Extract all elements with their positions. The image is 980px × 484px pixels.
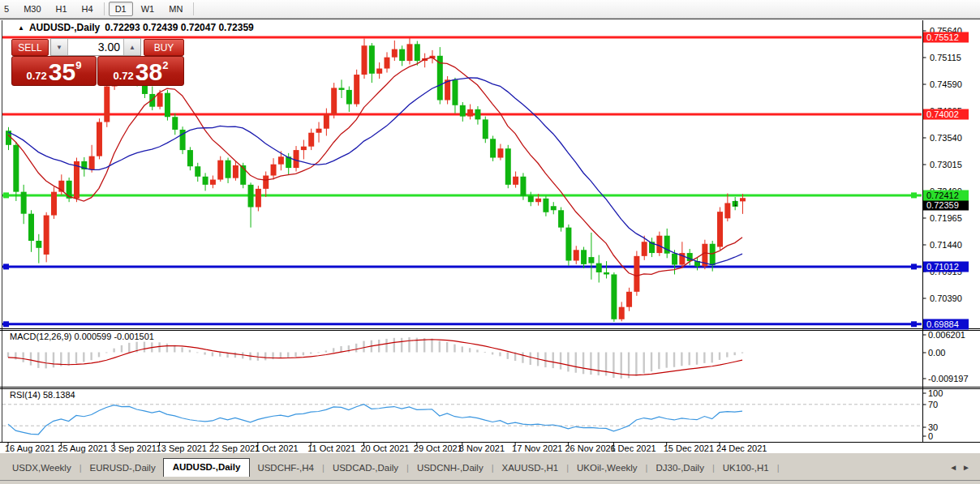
tab-dj30-daily[interactable]: DJ30-,Daily	[648, 460, 711, 477]
macd-histogram-bar	[621, 353, 622, 379]
macd-histogram-bar	[544, 353, 546, 368]
macd-histogram-bar	[30, 353, 32, 366]
candle	[210, 180, 216, 185]
macd-histogram-bar	[439, 341, 441, 353]
buy-button[interactable]: BUY	[144, 39, 184, 56]
price-tick-label: 0.74590	[930, 79, 962, 89]
timeframe-w1[interactable]: W1	[135, 2, 161, 16]
tab-usdcad-daily[interactable]: USDCAD-,Daily	[325, 460, 406, 477]
hline-handle[interactable]	[3, 321, 9, 327]
macd-histogram-bar	[204, 353, 205, 355]
hline-handle[interactable]	[911, 192, 917, 198]
tab-usdcnh-daily[interactable]: USDCNH-,Daily	[410, 460, 491, 477]
candle	[195, 166, 200, 177]
candle	[604, 272, 609, 275]
macd-histogram-bar	[280, 353, 282, 358]
tab-scroll-right-icon[interactable]: ►	[962, 463, 975, 472]
time-tick-label: 3 Sep 2021	[111, 443, 157, 453]
macd-histogram-bar	[287, 353, 289, 358]
timeframe-m30[interactable]: M30	[17, 2, 47, 16]
candle	[36, 241, 41, 248]
candle	[339, 88, 345, 90]
macd-histogram-bar	[499, 353, 501, 357]
price-line-label: 0.74002	[926, 109, 959, 119]
candle	[520, 177, 526, 196]
macd-histogram-bar	[98, 353, 100, 358]
timeframe-h4[interactable]: H4	[75, 2, 100, 16]
macd-histogram-bar	[567, 353, 569, 372]
time-tick-label: 20 Oct 2021	[361, 443, 410, 453]
tab-eurusd-daily[interactable]: EURUSD-,Daily	[83, 460, 163, 477]
volume-decrease-icon[interactable]: ▼	[51, 39, 68, 55]
volume-increase-icon[interactable]: ▲	[123, 39, 140, 55]
candle	[271, 165, 277, 176]
tab-ukoil-weekly[interactable]: UKOil-,Weekly	[570, 460, 645, 477]
price-chart-canvas[interactable]: 0.756400.751150.745900.740650.735400.730…	[0, 19, 980, 484]
candle	[187, 150, 193, 166]
rsi-axis-label: 70	[928, 400, 938, 409]
price-line-label: 0.75512	[926, 32, 959, 42]
macd-histogram-bar	[90, 353, 92, 361]
macd-histogram-bar	[741, 353, 743, 353]
toolbar-separator	[104, 2, 105, 15]
candle	[513, 177, 518, 185]
trading-app: 5M30H1H4D1W1MN 0.756400.751150.745900.74…	[0, 0, 980, 484]
candle	[626, 292, 632, 307]
candle	[656, 236, 662, 253]
candle	[149, 94, 155, 107]
volume-input[interactable]	[68, 39, 123, 55]
tab-scroll-left-icon[interactable]: ◄	[949, 463, 962, 472]
candle	[452, 79, 458, 105]
candle	[717, 212, 723, 246]
time-tick-label: 13 Sep 2021	[157, 443, 207, 453]
macd-histogram-bar	[711, 353, 712, 363]
macd-histogram-bar	[643, 353, 645, 374]
macd-histogram-bar	[598, 353, 600, 375]
candle	[392, 49, 398, 58]
time-tick-label: 24 Dec 2021	[716, 443, 767, 453]
candle	[467, 109, 473, 117]
buy-price-button[interactable]: 0.72 38 2	[97, 56, 184, 86]
candle	[385, 58, 390, 69]
macd-histogram-bar	[7, 353, 9, 358]
collapse-arrow-icon[interactable]: ▲	[18, 24, 24, 32]
chart-window: 0.756400.751150.745900.740650.735400.730…	[0, 19, 980, 484]
macd-histogram-bar	[294, 353, 296, 357]
time-tick-label: 17 Nov 2021	[512, 443, 562, 453]
buy-price-prefix: 0.72	[114, 70, 134, 82]
tab-audusd-daily[interactable]: AUDUSD-,Daily	[163, 458, 251, 477]
macd-histogram-bar	[628, 353, 630, 379]
macd-histogram-bar	[560, 353, 561, 370]
timeframe-d1[interactable]: D1	[109, 2, 133, 16]
tab-usdx-weekly[interactable]: USDX,Weekly	[5, 460, 79, 477]
macd-histogram-bar	[689, 353, 690, 366]
tab-uk100-h1[interactable]: UK100-,H1	[716, 460, 776, 477]
hline-handle[interactable]	[3, 192, 9, 198]
hline-handle[interactable]	[3, 263, 9, 269]
macd-histogram-bar	[681, 353, 682, 366]
volume-spinner: ▼ ▲	[50, 38, 141, 56]
tab-usdchf-h4[interactable]: USDCHF-,H4	[250, 460, 321, 477]
timeframe-h1[interactable]: H1	[49, 2, 74, 16]
price-line-label: 0.71012	[926, 262, 959, 272]
candle	[233, 165, 239, 178]
sell-button[interactable]: SELL	[11, 39, 49, 56]
macd-histogram-bar	[67, 353, 69, 366]
macd-histogram-bar	[355, 344, 357, 353]
tab-xauusd-h1[interactable]: XAUUSD-,H1	[495, 460, 566, 477]
macd-histogram-bar	[37, 353, 39, 368]
candle	[13, 145, 19, 192]
timeframe-mn[interactable]: MN	[162, 2, 189, 16]
sell-price-button[interactable]: 0.72 35 9	[11, 56, 97, 86]
candle	[565, 228, 571, 261]
macd-histogram-bar	[113, 349, 114, 353]
macd-histogram-bar	[303, 353, 304, 356]
timeframe-5[interactable]: 5	[0, 2, 15, 16]
macd-histogram-bar	[121, 345, 122, 353]
candle	[740, 198, 746, 201]
price-tick-label: 0.71965	[930, 213, 962, 223]
hline-handle[interactable]	[911, 321, 917, 327]
hline-handle[interactable]	[911, 263, 917, 269]
macd-histogram-bar	[423, 338, 425, 352]
time-tick-label: 29 Oct 2021	[414, 443, 462, 453]
